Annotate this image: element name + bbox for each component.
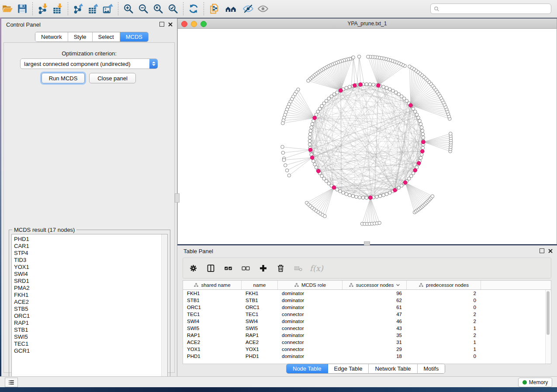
first-neighbors-icon[interactable] bbox=[221, 2, 241, 16]
mcds-list-item[interactable]: SWI5 bbox=[12, 334, 167, 340]
mcds-list-scrollbar[interactable] bbox=[161, 234, 167, 388]
table-mode-gear-icon[interactable] bbox=[187, 262, 199, 274]
table-row[interactable]: FKH1FKH1dominator962 bbox=[183, 290, 551, 297]
memory-status-icon bbox=[522, 380, 527, 385]
zoom-fit-icon[interactable] bbox=[151, 2, 166, 16]
zoom-selected-icon[interactable] bbox=[166, 2, 180, 16]
mcds-list-item[interactable]: TEC1 bbox=[12, 340, 167, 347]
export-table-icon[interactable] bbox=[86, 2, 100, 16]
tab-node-table[interactable]: Node Table bbox=[287, 364, 328, 373]
mcds-list-item[interactable]: SWI4 bbox=[12, 271, 167, 278]
table-row[interactable]: ORC1ORC1dominator610 bbox=[183, 304, 551, 311]
zoom-in-icon[interactable] bbox=[121, 2, 136, 16]
desktop-wallpaper bbox=[0, 387, 557, 392]
toolbar-separator bbox=[68, 2, 68, 15]
apply-layout-icon[interactable] bbox=[186, 2, 201, 16]
cell-successor-nodes: 35 bbox=[343, 333, 407, 338]
table-row[interactable]: SWI5SWI5connector431 bbox=[183, 325, 551, 332]
import-table-icon[interactable] bbox=[50, 2, 65, 16]
table-scrollbar[interactable] bbox=[545, 290, 550, 364]
save-session-icon[interactable] bbox=[15, 2, 30, 16]
cell-shared-name: STB1 bbox=[183, 298, 242, 303]
column-header-MCDS-role[interactable]: MCDS role bbox=[278, 281, 343, 289]
open-session-icon[interactable] bbox=[0, 2, 15, 16]
mcds-list-item[interactable]: STP4 bbox=[12, 250, 167, 257]
import-network-icon[interactable] bbox=[35, 2, 50, 16]
float-table-panel-icon[interactable] bbox=[540, 248, 544, 253]
float-panel-icon[interactable] bbox=[159, 22, 164, 27]
delete-column-icon[interactable] bbox=[275, 262, 286, 274]
zoom-out-icon[interactable] bbox=[136, 2, 151, 16]
hide-selected-icon[interactable] bbox=[241, 2, 256, 16]
mcds-list-item[interactable]: PMA2 bbox=[12, 285, 167, 292]
memory-button[interactable]: Memory bbox=[518, 378, 552, 387]
tab-select[interactable]: Select bbox=[93, 32, 120, 41]
mcds-list-item[interactable]: ACE2 bbox=[12, 299, 167, 306]
column-header-name[interactable]: name bbox=[242, 281, 278, 289]
mcds-list-item[interactable]: RAP1 bbox=[12, 320, 167, 327]
mcds-list-item[interactable]: STB1 bbox=[12, 327, 167, 334]
column-header-successor-nodes[interactable]: successor nodes bbox=[343, 281, 407, 289]
mcds-list-item[interactable]: PHD1 bbox=[12, 236, 167, 243]
tab-edge-table[interactable]: Edge Table bbox=[328, 364, 369, 373]
show-all-icon[interactable] bbox=[256, 2, 270, 16]
mcds-result-group: MCDS result (17 nodes) PHD1CAR1STP4TID3Y… bbox=[9, 230, 170, 391]
close-panel-button[interactable]: Close panel bbox=[89, 73, 136, 83]
create-column-icon[interactable] bbox=[257, 262, 269, 274]
tab-motifs[interactable]: Motifs bbox=[418, 364, 445, 373]
cell-successor-nodes: 61 bbox=[343, 305, 407, 310]
cell-predecessor-nodes: 0 bbox=[407, 354, 481, 359]
close-table-panel-icon[interactable] bbox=[548, 249, 553, 253]
table-divider-handle[interactable] bbox=[364, 241, 370, 246]
table-row[interactable]: PHD1PHD1dominator180 bbox=[183, 353, 551, 360]
deselect-all-icon[interactable] bbox=[240, 262, 251, 274]
cell-shared-name: SWI5 bbox=[183, 326, 242, 331]
table-row[interactable]: STB1STB1dominator620 bbox=[183, 297, 551, 304]
table-row[interactable]: ACE2ACE2connector311 bbox=[183, 339, 551, 346]
panel-menu-button[interactable] bbox=[5, 378, 18, 387]
column-header-predecessor-nodes[interactable]: predecessor nodes bbox=[407, 281, 481, 289]
tab-style[interactable]: Style bbox=[68, 32, 93, 41]
mcds-result-title: MCDS result (17 nodes) bbox=[12, 227, 76, 233]
export-network-icon[interactable] bbox=[71, 2, 86, 16]
tab-network[interactable]: Network bbox=[35, 32, 68, 41]
export-image-icon[interactable] bbox=[100, 2, 115, 16]
table-row[interactable]: TEC1TEC1connector472 bbox=[183, 311, 551, 318]
mcds-list-item[interactable]: SRD1 bbox=[12, 278, 167, 285]
tab-network-table[interactable]: Network Table bbox=[369, 364, 417, 373]
table-row[interactable]: YOX1YOX1connector291 bbox=[183, 346, 551, 353]
network-window-title: YPA_prune.txt_1 bbox=[178, 21, 557, 27]
function-builder-icon: f(x) bbox=[310, 264, 323, 273]
new-network-from-selection-icon[interactable] bbox=[207, 2, 221, 16]
cell-predecessor-nodes: 1 bbox=[407, 340, 481, 345]
table-row[interactable]: RAP1RAP1dominator352 bbox=[183, 332, 551, 339]
toolbar-separator bbox=[183, 2, 183, 15]
optimization-criterion-select[interactable]: largest connected component (undirected) bbox=[20, 58, 158, 69]
show-columns-icon[interactable] bbox=[205, 262, 216, 274]
hierarchy-icon bbox=[419, 282, 424, 288]
panel-divider-handle[interactable] bbox=[175, 193, 180, 203]
mcds-list-item[interactable]: CAR1 bbox=[12, 243, 167, 250]
mcds-list-item[interactable]: FKH1 bbox=[12, 292, 167, 299]
network-window-titlebar[interactable]: YPA_prune.txt_1 bbox=[178, 19, 557, 29]
mcds-list-item[interactable]: TID3 bbox=[12, 257, 167, 264]
column-header-shared-name[interactable]: shared name bbox=[183, 281, 242, 289]
cell-successor-nodes: 43 bbox=[343, 326, 407, 331]
mcds-list-item[interactable]: YOX1 bbox=[12, 264, 167, 271]
table-scrollbar-thumb[interactable] bbox=[547, 291, 550, 335]
mcds-list-item[interactable]: ORC1 bbox=[12, 313, 167, 320]
cell-name: SWI5 bbox=[242, 326, 278, 331]
close-panel-icon[interactable] bbox=[168, 22, 173, 27]
select-all-icon[interactable] bbox=[222, 262, 234, 274]
run-mcds-button[interactable]: Run MCDS bbox=[42, 73, 85, 83]
sort-desc-icon bbox=[396, 283, 400, 287]
mcds-list-item[interactable]: GCR1 bbox=[12, 347, 167, 354]
node-table: shared namenameMCDS rolesuccessor nodesp… bbox=[183, 280, 551, 364]
network-graph[interactable] bbox=[178, 28, 557, 244]
tab-mcds[interactable]: MCDS bbox=[120, 32, 148, 41]
table-row[interactable]: SWI4SWI4dominator462 bbox=[183, 318, 551, 325]
mcds-list-item[interactable]: STB5 bbox=[12, 306, 167, 313]
search-input[interactable] bbox=[430, 3, 551, 14]
selected-option: largest connected component (undirected) bbox=[21, 61, 149, 67]
control-panel-header: Control Panel bbox=[1, 18, 177, 31]
